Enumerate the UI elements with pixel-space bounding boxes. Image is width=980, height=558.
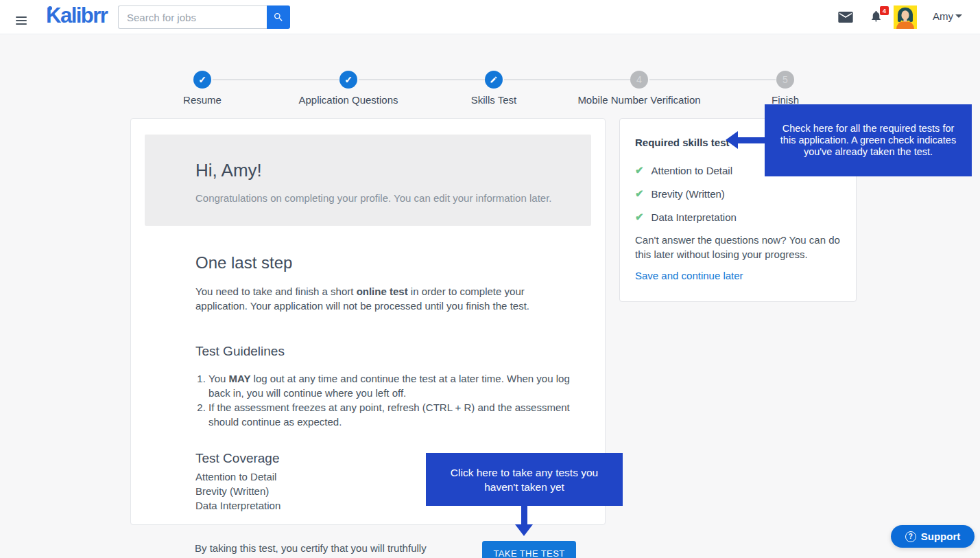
- guideline-bold-text: MAY: [228, 373, 250, 384]
- intro-bold-text: online test: [357, 286, 408, 297]
- greeting-title: Hi, Amy!: [195, 160, 262, 181]
- arrow-left-icon: [738, 137, 765, 143]
- caret-down-icon[interactable]: [955, 14, 962, 18]
- support-label: Support: [921, 531, 961, 542]
- coverage-list: Attention to Detail Brevity (Written) Da…: [195, 469, 280, 513]
- step-check-icon: ✓: [344, 75, 352, 84]
- search-button[interactable]: [267, 5, 290, 29]
- guideline-text: You: [208, 373, 228, 384]
- search-input[interactable]: [118, 5, 267, 29]
- step-number: 5: [782, 74, 788, 85]
- coverage-item: Attention to Detail: [195, 469, 280, 484]
- notifications[interactable]: 4: [870, 9, 883, 26]
- coverage-title: Test Coverage: [195, 451, 280, 466]
- question-icon: ?: [905, 531, 916, 542]
- certify-text: By taking this test, you certify that yo…: [195, 542, 427, 554]
- step-connector: [649, 79, 776, 80]
- intro-paragraph: You need to take and finish a short onli…: [195, 284, 566, 313]
- green-check-icon: ✔: [635, 187, 644, 200]
- avatar-image: [894, 5, 917, 29]
- tooltip-take-test: Click here to take any tests you haven't…: [426, 453, 623, 506]
- job-search: [118, 5, 290, 29]
- greeting-panel: Hi, Amy! Congratulations on completing y…: [145, 135, 591, 226]
- step-connector: [504, 79, 630, 80]
- hamburger-menu-icon[interactable]: [16, 16, 27, 25]
- top-navbar: Kalibrr 4: [0, 0, 980, 34]
- step-number: 4: [636, 74, 642, 85]
- step-circle-skills-test[interactable]: [485, 71, 503, 89]
- coverage-item: Data Interpretation: [195, 498, 280, 513]
- guideline-text: log out at any time and continue the tes…: [208, 373, 570, 399]
- skill-test-item: ✔ Data Interpretation: [635, 211, 737, 223]
- guidelines-list: You MAY log out at any time and continue…: [195, 371, 577, 429]
- username[interactable]: Amy: [933, 10, 953, 22]
- avatar[interactable]: [894, 5, 917, 29]
- step-connector: [213, 79, 339, 80]
- section-title: One last step: [195, 253, 292, 272]
- skill-test-label: Data Interpretation: [652, 211, 737, 223]
- save-and-continue-later-link[interactable]: Save and continue later: [635, 270, 743, 281]
- page: Kalibrr 4: [0, 0, 980, 558]
- skill-test-item: ✔ Brevity (Written): [635, 187, 725, 200]
- required-skills-title: Required skills test: [635, 137, 730, 148]
- support-button[interactable]: ? Support: [891, 525, 975, 548]
- logo-text: Kalibrr: [46, 3, 107, 27]
- step-circle-application-questions[interactable]: ✓: [339, 71, 357, 89]
- guideline-text: If the assessment freezes at any point, …: [208, 402, 570, 428]
- search-icon: [273, 12, 284, 23]
- kalibrr-logo[interactable]: Kalibrr: [46, 3, 107, 28]
- sidebar-note: Can't answer the questions now? You can …: [635, 233, 842, 261]
- guideline-item: If the assessment freezes at any point, …: [208, 400, 577, 429]
- skill-test-label: Attention to Detail: [652, 165, 732, 176]
- coverage-item: Brevity (Written): [195, 484, 280, 498]
- step-circle-mobile-verification[interactable]: 4: [630, 71, 648, 89]
- logo-dot: [48, 6, 52, 10]
- arrow-down-icon: [521, 506, 527, 524]
- intro-text: You need to take and finish a short: [195, 286, 357, 297]
- step-check-icon: ✓: [198, 75, 206, 84]
- arrow-down-icon: [515, 524, 533, 536]
- take-the-test-button[interactable]: TAKE THE TEST: [482, 541, 576, 558]
- skill-test-item: ✔ Attention to Detail: [635, 164, 732, 176]
- step-circle-resume[interactable]: ✓: [193, 71, 211, 89]
- guidelines-title: Test Guidelines: [195, 344, 285, 359]
- step-connector: [359, 79, 485, 80]
- green-check-icon: ✔: [635, 211, 644, 223]
- skill-test-label: Brevity (Written): [652, 188, 725, 200]
- step-pencil-icon: [490, 75, 498, 84]
- arrow-left-icon: [726, 131, 738, 149]
- green-check-icon: ✔: [635, 164, 644, 176]
- mail-icon[interactable]: [838, 12, 853, 23]
- step-circle-finish[interactable]: 5: [776, 71, 794, 89]
- greeting-subtitle: Congratulations on completing your profi…: [195, 192, 551, 204]
- tooltip-required-tests: Check here for all the required tests fo…: [765, 104, 972, 176]
- notification-badge: 4: [880, 6, 889, 15]
- guideline-item: You MAY log out at any time and continue…: [208, 371, 577, 400]
